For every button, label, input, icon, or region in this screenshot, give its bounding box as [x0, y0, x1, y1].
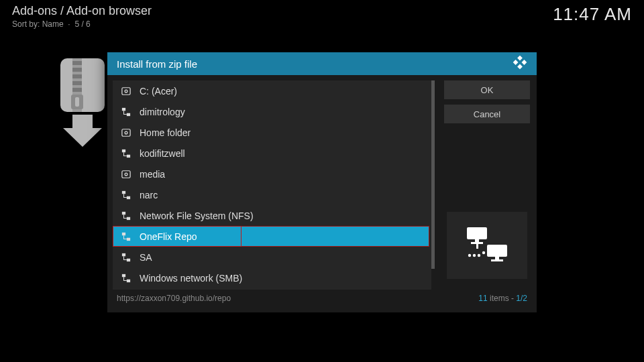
svg-rect-26 — [127, 217, 130, 219]
svg-rect-38 — [491, 259, 503, 261]
svg-rect-4 — [72, 74, 82, 78]
file-list-pane: C: (Acer)dimitrologyHome folderkodifitzw… — [113, 80, 435, 290]
svg-rect-10 — [513, 60, 519, 65]
svg-rect-29 — [122, 253, 125, 255]
disk-icon — [121, 169, 131, 180]
clock: 11:47 AM — [553, 4, 632, 25]
svg-rect-11 — [522, 60, 527, 65]
network-icon — [121, 148, 131, 159]
svg-rect-33 — [467, 227, 487, 239]
svg-point-41 — [478, 254, 480, 257]
breadcrumb: Add-ons / Add-on browser — [12, 4, 152, 18]
network-icon — [121, 252, 131, 263]
file-list-item[interactable]: media — [113, 164, 429, 184]
file-list-item[interactable]: Windows network (SMB) — [113, 267, 429, 288]
footer-items-word: items — [490, 294, 509, 303]
svg-rect-8 — [75, 97, 79, 107]
svg-rect-9 — [517, 56, 523, 61]
svg-rect-15 — [122, 107, 125, 110]
svg-rect-28 — [127, 237, 130, 240]
network-icon — [121, 273, 131, 284]
svg-rect-19 — [122, 149, 125, 152]
svg-rect-30 — [127, 258, 130, 261]
sort-label: Sort by: Name — [12, 19, 64, 29]
svg-rect-31 — [122, 274, 125, 276]
file-list-item-label: dimitrology — [140, 107, 185, 117]
file-list-item[interactable]: Network File System (NFS) — [113, 205, 429, 226]
install-from-zip-dialog: Install from zip file C: (Acer)dimitrolo… — [107, 52, 537, 312]
file-list-item[interactable]: OneFlix Repo — [113, 226, 429, 247]
disk-icon — [121, 127, 131, 138]
file-list-item-label: Home folder — [140, 127, 191, 138]
file-list-item-label: narc — [140, 190, 158, 200]
disk-icon — [121, 86, 131, 97]
file-list-item[interactable]: SA — [113, 247, 429, 267]
svg-rect-17 — [122, 129, 130, 136]
file-list-item-label: Windows network (SMB) — [140, 273, 242, 284]
svg-rect-6 — [72, 88, 82, 92]
svg-point-22 — [125, 173, 127, 176]
svg-rect-24 — [127, 196, 130, 198]
file-list-item[interactable]: C: (Acer) — [113, 80, 429, 101]
scrollbar-thumb[interactable] — [431, 80, 435, 269]
svg-point-40 — [473, 254, 476, 257]
scrollbar[interactable] — [431, 80, 435, 290]
svg-point-39 — [468, 254, 471, 257]
dialog-header: Install from zip file — [107, 52, 537, 75]
svg-rect-5 — [72, 81, 82, 85]
file-list-item[interactable]: dimitrology — [113, 101, 429, 122]
file-list-item-label: media — [140, 169, 165, 180]
svg-rect-36 — [487, 245, 507, 257]
svg-rect-27 — [122, 232, 125, 235]
file-list-item[interactable]: kodifitzwell — [113, 143, 429, 164]
network-icon — [121, 190, 131, 200]
footer-path: https://zaxxon709.github.io/repo — [117, 294, 231, 303]
svg-rect-43 — [476, 242, 478, 249]
svg-point-18 — [125, 131, 127, 134]
svg-rect-20 — [127, 154, 130, 157]
sort-line: Sort by: Name · 5 / 6 — [12, 19, 152, 29]
dialog-side-pane: OK Cancel — [435, 75, 537, 290]
footer-item-count: 11 items - 1/2 — [478, 294, 527, 303]
svg-rect-13 — [122, 87, 130, 95]
network-icon — [121, 107, 131, 117]
network-icon — [121, 231, 131, 242]
sort-position: 5 / 6 — [74, 19, 90, 29]
svg-rect-34 — [475, 239, 479, 242]
file-list-item-label: Network File System (NFS) — [140, 210, 254, 221]
svg-rect-2 — [72, 61, 82, 65]
network-icon — [121, 210, 131, 221]
dialog-footer: https://zaxxon709.github.io/repo 11 item… — [107, 290, 537, 307]
file-list-item-label: kodifitzwell — [140, 148, 185, 159]
svg-rect-21 — [122, 170, 130, 178]
svg-rect-32 — [127, 279, 130, 282]
file-list-item[interactable]: narc — [113, 184, 429, 205]
svg-rect-12 — [517, 64, 523, 70]
file-list-item-label: C: (Acer) — [140, 86, 177, 97]
footer-count-number: 11 — [478, 294, 487, 303]
file-list-item[interactable]: Home folder — [113, 122, 429, 143]
svg-rect-37 — [495, 257, 499, 259]
dialog-title: Install from zip file — [117, 58, 197, 70]
svg-rect-3 — [72, 68, 82, 72]
svg-rect-23 — [122, 190, 125, 193]
file-list-item-label: SA — [140, 252, 152, 263]
svg-rect-25 — [122, 211, 125, 214]
cancel-button[interactable]: Cancel — [444, 105, 530, 123]
svg-point-42 — [482, 251, 485, 254]
footer-page: 1/2 — [516, 294, 527, 303]
svg-rect-16 — [127, 113, 130, 115]
svg-point-14 — [125, 90, 127, 93]
network-preview-icon — [447, 212, 527, 279]
file-list-item-label: OneFlix Repo — [140, 231, 197, 242]
ok-button[interactable]: OK — [444, 80, 530, 99]
file-list[interactable]: C: (Acer)dimitrologyHome folderkodifitzw… — [113, 80, 429, 290]
kodi-logo-icon — [513, 55, 527, 72]
